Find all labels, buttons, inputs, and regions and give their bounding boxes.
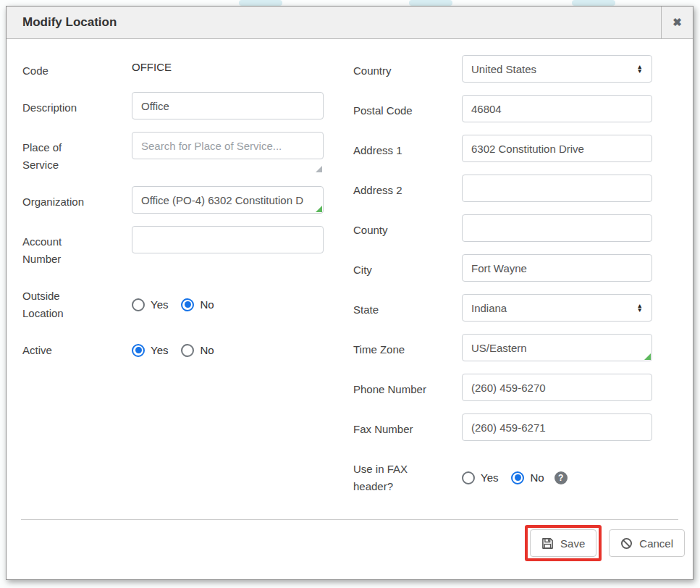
form-row-account-number: Account Number [22, 226, 324, 268]
organization-label: Organization [22, 186, 132, 214]
phone-number-label: Phone Number [353, 374, 462, 401]
phone-number-input[interactable] [462, 374, 652, 401]
select-arrows-icon: ▲▼ [637, 64, 643, 74]
description-label: Description [22, 92, 132, 119]
time-zone-input[interactable] [462, 334, 652, 361]
modal-header: Modify Location ✖ [7, 7, 693, 39]
resize-handle-icon[interactable] [316, 166, 322, 172]
county-input[interactable] [462, 214, 652, 242]
close-icon: ✖ [672, 16, 682, 29]
state-label: State [353, 294, 462, 322]
country-select[interactable]: United States ▲▼ [462, 55, 652, 83]
ban-icon [620, 537, 633, 550]
radio-label[interactable]: Yes [151, 298, 168, 311]
cancel-button-label: Cancel [639, 537, 673, 550]
state-select-value: Indiana [471, 302, 507, 314]
modal-body: Code OFFICE Description Place of Service… [7, 39, 693, 519]
description-input[interactable] [132, 92, 324, 119]
form-row-active: Active Yes No [22, 335, 324, 359]
country-label: Country [353, 55, 462, 83]
form-row-county: County [353, 214, 652, 242]
radio-label[interactable]: Yes [151, 344, 168, 356]
save-button-highlight-annotation: Save [525, 525, 602, 561]
save-button[interactable]: Save [530, 529, 596, 557]
cancel-button[interactable]: Cancel [609, 529, 685, 557]
radio-label[interactable]: No [530, 471, 544, 484]
active-radio-group: Yes No [132, 335, 214, 359]
use-in-fax-header-yes-option[interactable]: Yes [462, 471, 498, 484]
form-row-postal-code: Postal Code [353, 95, 652, 122]
background-shape [239, 0, 282, 6]
fax-number-input[interactable] [462, 413, 652, 441]
address-2-input[interactable] [462, 175, 652, 202]
city-label: City [353, 254, 462, 282]
code-label: Code [22, 55, 132, 80]
active-yes-option[interactable]: Yes [132, 344, 168, 357]
address-1-input[interactable] [462, 135, 652, 162]
outside-location-radio-group: Yes No [132, 280, 214, 322]
form-row-phone-number: Phone Number [353, 374, 652, 401]
background-shape [409, 0, 452, 6]
radio-icon[interactable] [132, 344, 145, 357]
background-shape [572, 0, 615, 6]
form-row-description: Description [22, 92, 324, 119]
modal-title: Modify Location [7, 15, 661, 30]
radio-icon[interactable] [132, 298, 145, 311]
use-in-fax-header-label: Use in FAX header? [353, 453, 462, 495]
time-zone-label: Time Zone [353, 334, 462, 361]
radio-label[interactable]: No [200, 344, 214, 356]
radio-label[interactable]: Yes [481, 471, 498, 484]
outside-location-label: Outside Location [22, 280, 132, 322]
modal-footer: Save Cancel [7, 520, 693, 579]
form-row-time-zone: Time Zone [353, 334, 652, 361]
address-2-label: Address 2 [353, 175, 462, 202]
form-row-address-2: Address 2 [353, 175, 652, 202]
modify-location-modal: Modify Location ✖ Code OFFICE Descriptio… [6, 6, 693, 580]
use-in-fax-header-radio-group: Yes No ? [462, 453, 568, 495]
select-arrows-icon: ▲▼ [637, 303, 643, 313]
form-row-place-of-service: Place of Service [22, 132, 324, 174]
form-row-city: City [353, 254, 652, 282]
radio-icon[interactable] [511, 471, 524, 484]
form-row-use-in-fax-header: Use in FAX header? Yes No ? [353, 453, 652, 495]
postal-code-label: Postal Code [353, 95, 462, 122]
radio-icon[interactable] [181, 298, 194, 311]
radio-icon[interactable] [462, 471, 475, 484]
close-button[interactable]: ✖ [661, 7, 693, 38]
active-label: Active [22, 335, 132, 359]
form-row-country: Country United States ▲▼ [353, 55, 652, 83]
country-select-value: United States [471, 63, 536, 75]
address-1-label: Address 1 [353, 135, 462, 162]
county-label: County [353, 214, 462, 242]
postal-code-input[interactable] [462, 95, 652, 122]
form-row-fax-number: Fax Number [353, 413, 652, 441]
form-column-left: Code OFFICE Description Place of Service… [22, 55, 324, 519]
outside-location-no-option[interactable]: No [181, 298, 214, 311]
form-row-outside-location: Outside Location Yes No [22, 280, 324, 322]
place-of-service-label: Place of Service [22, 132, 132, 174]
state-select[interactable]: Indiana ▲▼ [462, 294, 652, 322]
help-icon[interactable]: ? [554, 471, 568, 484]
floppy-disk-icon [541, 537, 554, 550]
autocomplete-corner-icon [644, 353, 651, 360]
form-row-code: Code OFFICE [22, 55, 324, 80]
use-in-fax-header-no-option[interactable]: No [511, 471, 544, 484]
form-row-address-1: Address 1 [353, 135, 652, 162]
account-number-input[interactable] [132, 226, 324, 253]
radio-label[interactable]: No [200, 298, 214, 311]
autocomplete-corner-icon [316, 206, 322, 212]
outside-location-yes-option[interactable]: Yes [132, 298, 168, 311]
active-no-option[interactable]: No [181, 344, 214, 357]
city-input[interactable] [462, 254, 652, 282]
account-number-label: Account Number [22, 226, 132, 268]
code-value: OFFICE [132, 55, 172, 80]
save-button-label: Save [560, 537, 585, 550]
form-row-organization: Organization [22, 186, 324, 214]
fax-number-label: Fax Number [353, 413, 462, 441]
place-of-service-search-input[interactable] [132, 132, 324, 159]
form-column-right: Country United States ▲▼ Postal Code Add… [353, 55, 652, 519]
form-row-state: State Indiana ▲▼ [353, 294, 652, 322]
radio-icon[interactable] [181, 344, 194, 357]
organization-input[interactable] [132, 186, 324, 214]
